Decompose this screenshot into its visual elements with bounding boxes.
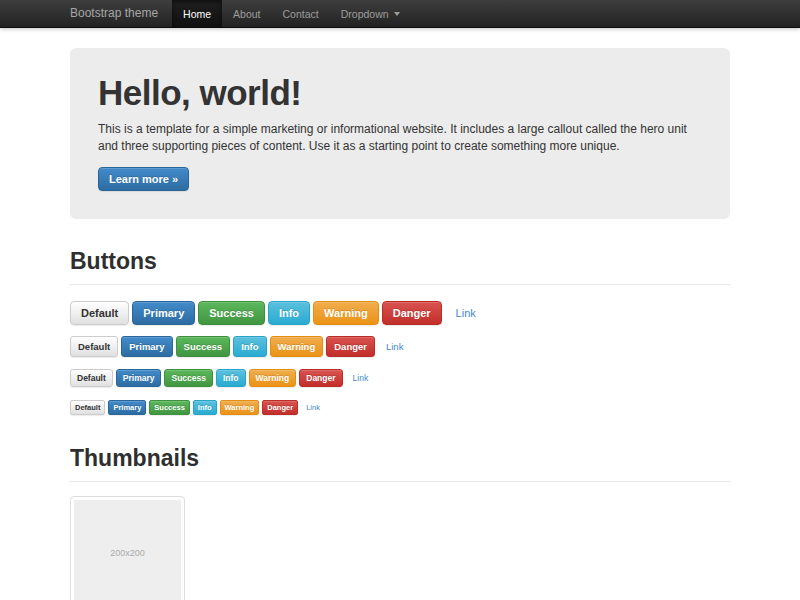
- danger-button-lg[interactable]: Danger: [382, 301, 442, 325]
- nav-item-about[interactable]: About: [222, 0, 271, 27]
- nav-item-home[interactable]: Home: [172, 0, 222, 27]
- danger-button-sm[interactable]: Danger: [299, 369, 342, 387]
- navbar-nav: Home About Contact Dropdown: [172, 0, 411, 27]
- warning-button-xs[interactable]: Warning: [220, 400, 260, 415]
- main-container: Hello, world! This is a template for a s…: [70, 48, 730, 600]
- info-button-lg[interactable]: Info: [268, 301, 310, 325]
- danger-button-xs[interactable]: Danger: [262, 400, 298, 415]
- button-row-extra-small: DefaultPrimarySuccessInfoWarningDangerLi…: [70, 398, 730, 416]
- danger-button-md[interactable]: Danger: [326, 336, 375, 357]
- success-button-sm[interactable]: Success: [164, 369, 213, 387]
- success-button-md[interactable]: Success: [176, 336, 231, 357]
- nav-item-dropdown[interactable]: Dropdown: [330, 0, 411, 27]
- nav-item-home-label: Home: [183, 8, 211, 20]
- caret-down-icon: [394, 12, 400, 16]
- default-button-xs[interactable]: Default: [70, 400, 105, 415]
- success-button-lg[interactable]: Success: [198, 301, 265, 325]
- top-navbar: Bootstrap theme Home About Contact Dropd…: [0, 0, 800, 28]
- info-button-md[interactable]: Info: [233, 336, 266, 357]
- navbar-container: Bootstrap theme Home About Contact Dropd…: [70, 0, 730, 27]
- warning-button-lg[interactable]: Warning: [313, 301, 379, 325]
- jumbotron: Hello, world! This is a template for a s…: [70, 48, 730, 219]
- jumbotron-title: Hello, world!: [98, 74, 702, 113]
- link-button-md[interactable]: Link: [378, 336, 411, 357]
- success-button-xs[interactable]: Success: [149, 400, 189, 415]
- learn-more-button[interactable]: Learn more »: [98, 167, 189, 191]
- button-row-small: DefaultPrimarySuccessInfoWarningDangerLi…: [70, 368, 730, 387]
- nav-item-about-label: About: [233, 8, 260, 20]
- nav-item-dropdown-label: Dropdown: [341, 8, 389, 20]
- link-button-sm[interactable]: Link: [346, 369, 376, 387]
- thumbnail: 200x200: [70, 496, 185, 600]
- link-button-xs[interactable]: Link: [301, 400, 325, 415]
- default-button-lg[interactable]: Default: [70, 301, 129, 325]
- buttons-section-heading: Buttons: [70, 249, 730, 285]
- navbar-brand[interactable]: Bootstrap theme: [70, 0, 158, 27]
- button-row-default: DefaultPrimarySuccessInfoWarningDangerLi…: [70, 336, 730, 357]
- thumbnails-section-heading: Thumbnails: [70, 446, 730, 482]
- default-button-sm[interactable]: Default: [70, 369, 113, 387]
- primary-button-lg[interactable]: Primary: [132, 301, 195, 325]
- nav-item-contact-label: Contact: [283, 8, 319, 20]
- button-row-large: DefaultPrimarySuccessInfoWarningDangerLi…: [70, 301, 730, 325]
- nav-item-contact[interactable]: Contact: [272, 0, 330, 27]
- link-button-lg[interactable]: Link: [445, 301, 487, 325]
- primary-button-md[interactable]: Primary: [121, 336, 172, 357]
- default-button-md[interactable]: Default: [70, 336, 118, 357]
- info-button-sm[interactable]: Info: [216, 369, 246, 387]
- warning-button-sm[interactable]: Warning: [249, 369, 297, 387]
- jumbotron-text: This is a template for a simple marketin…: [98, 121, 702, 156]
- thumbnail-placeholder-image: 200x200: [74, 500, 181, 600]
- primary-button-sm[interactable]: Primary: [116, 369, 162, 387]
- info-button-xs[interactable]: Info: [193, 400, 217, 415]
- warning-button-md[interactable]: Warning: [270, 336, 324, 357]
- primary-button-xs[interactable]: Primary: [108, 400, 146, 415]
